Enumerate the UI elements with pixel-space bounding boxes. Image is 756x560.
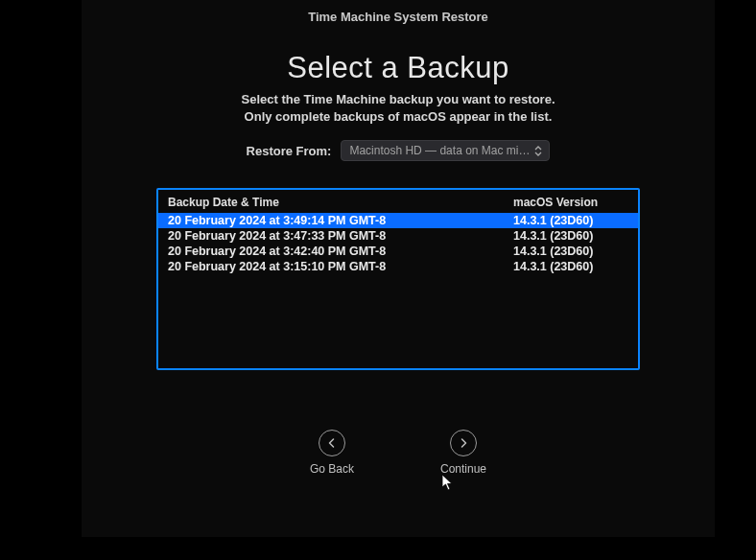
restore-from-row: Restore From: Macintosh HD — data on Mac… xyxy=(82,140,715,161)
window-title: Time Machine System Restore xyxy=(82,8,715,51)
backup-version: 14.3.1 (23D60) xyxy=(513,229,628,243)
nav-buttons: Go Back Continue xyxy=(82,430,715,476)
backup-list[interactable]: Backup Date & Time macOS Version 20 Febr… xyxy=(156,188,640,370)
backup-row[interactable]: 20 February 2024 at 3:49:14 PM GMT-814.3… xyxy=(158,213,638,228)
arrow-right-icon xyxy=(450,430,477,456)
continue-button[interactable]: Continue xyxy=(440,430,486,476)
backup-date: 20 February 2024 at 3:15:10 PM GMT-8 xyxy=(168,260,513,273)
backup-version: 14.3.1 (23D60) xyxy=(513,214,628,227)
backup-row[interactable]: 20 February 2024 at 3:15:10 PM GMT-814.3… xyxy=(158,259,638,274)
subtext-line: Only complete backups of macOS appear in… xyxy=(245,109,553,124)
page-subtext: Select the Time Machine backup you want … xyxy=(82,91,715,125)
column-header-version: macOS Version xyxy=(513,196,628,209)
subtext-line: Select the Time Machine backup you want … xyxy=(241,92,555,106)
backup-date: 20 February 2024 at 3:47:33 PM GMT-8 xyxy=(168,229,513,243)
restore-from-select[interactable]: Macintosh HD — data on Mac mini -… xyxy=(341,140,550,161)
backup-row[interactable]: 20 February 2024 at 3:47:33 PM GMT-814.3… xyxy=(158,228,638,244)
go-back-label: Go Back xyxy=(310,462,354,476)
restore-from-value: Macintosh HD — data on Mac mini -… xyxy=(349,144,532,157)
updown-icon xyxy=(532,143,545,158)
continue-label: Continue xyxy=(440,462,486,476)
restore-from-label: Restore From: xyxy=(247,144,332,158)
column-header-date: Backup Date & Time xyxy=(168,196,513,209)
restore-window: Time Machine System Restore Select a Bac… xyxy=(82,0,715,537)
arrow-left-icon xyxy=(319,430,345,456)
backup-date: 20 February 2024 at 3:42:40 PM GMT-8 xyxy=(168,245,513,258)
backup-date: 20 February 2024 at 3:49:14 PM GMT-8 xyxy=(168,214,513,227)
backup-row[interactable]: 20 February 2024 at 3:42:40 PM GMT-814.3… xyxy=(158,244,638,259)
backup-version: 14.3.1 (23D60) xyxy=(513,245,628,258)
backup-list-header: Backup Date & Time macOS Version xyxy=(158,190,638,213)
backup-version: 14.3.1 (23D60) xyxy=(513,260,628,273)
go-back-button[interactable]: Go Back xyxy=(310,430,354,476)
page-heading: Select a Backup xyxy=(82,51,715,85)
